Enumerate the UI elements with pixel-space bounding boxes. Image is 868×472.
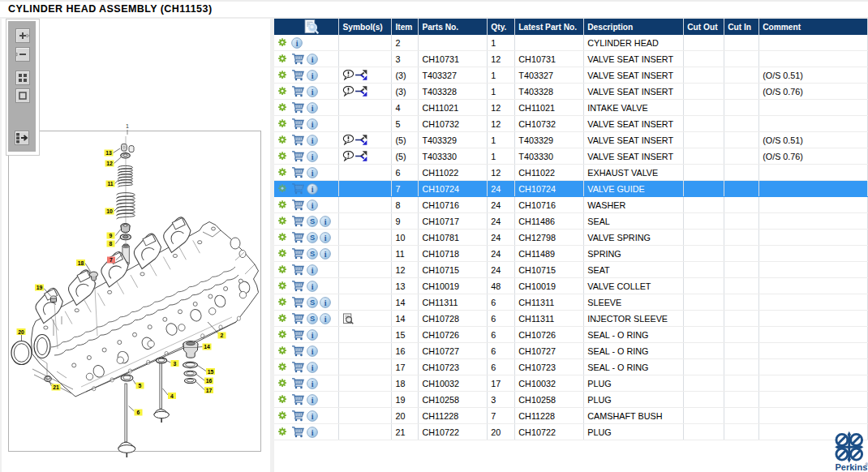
svg-text:7: 7 [110, 257, 113, 263]
svg-text:21: 21 [53, 384, 59, 390]
svg-text:®: ® [866, 462, 868, 467]
svg-text:18: 18 [78, 260, 84, 266]
svg-text:19: 19 [37, 285, 43, 290]
svg-text:12: 12 [106, 161, 113, 166]
svg-text:16: 16 [206, 378, 213, 384]
svg-text:5: 5 [139, 383, 142, 388]
svg-text:11: 11 [107, 181, 113, 187]
svg-text:17: 17 [206, 388, 213, 393]
svg-text:2: 2 [221, 333, 224, 338]
svg-text:10: 10 [106, 208, 113, 214]
svg-text:9: 9 [110, 233, 113, 238]
svg-text:8: 8 [110, 241, 113, 247]
svg-text:20: 20 [18, 329, 24, 335]
svg-text:15: 15 [208, 369, 214, 375]
svg-text:4: 4 [170, 393, 174, 399]
svg-text:Perkins: Perkins [836, 462, 868, 472]
svg-text:3: 3 [174, 361, 177, 367]
svg-text:6: 6 [137, 410, 140, 415]
svg-text:1: 1 [126, 123, 129, 129]
svg-text:13: 13 [105, 150, 112, 156]
svg-text:14: 14 [204, 344, 210, 350]
